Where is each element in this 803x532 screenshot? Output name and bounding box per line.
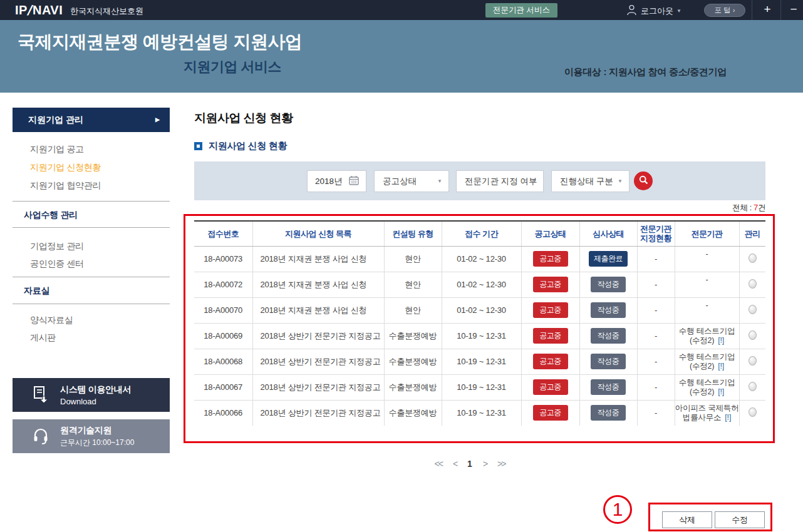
expert-service-button[interactable]: 전문기관 서비스 <box>485 3 557 18</box>
ipnavi-logo[interactable]: IP/NAVI <box>15 3 63 18</box>
topbar-divider <box>752 0 752 20</box>
menu-arrow-icon: ▶ <box>155 108 160 132</box>
sidebar-divider <box>13 227 170 228</box>
page-title: 지원사업 신청 현황 <box>194 110 293 126</box>
search-icon <box>639 175 648 187</box>
app-window: IP/NAVI 한국지식재산보호원 전문기관 서비스 로그아웃▼ 포 털 › +… <box>0 0 803 532</box>
sidebar-divider <box>13 277 170 277</box>
delete-button[interactable]: 삭제 <box>662 511 712 528</box>
manual-download-title: 시스템 이용안내서 <box>60 384 131 396</box>
service-subtitle: 지원기업 서비스 <box>184 58 281 76</box>
pagination-prev[interactable]: < <box>453 459 457 469</box>
search-button[interactable] <box>634 171 653 190</box>
zoom-in-button[interactable]: + <box>757 0 778 20</box>
select-caret-icon: ▼ <box>437 171 442 192</box>
search-filter-bar: 2018년 공고상태▼ 전문기관 지정 여부▼ 진행상태 구분▼ <box>194 161 765 200</box>
edit-button[interactable]: 수정 <box>715 511 765 528</box>
portal-button[interactable]: 포 털 › <box>704 4 745 17</box>
year-value: 2018년 <box>315 176 343 187</box>
headset-icon <box>33 428 49 444</box>
sidebar-item-certificate-center[interactable]: 공인인증 센터 <box>30 258 84 270</box>
year-picker[interactable]: 2018년 <box>307 170 366 192</box>
progress-status-select[interactable]: 진행상태 구분▼ <box>551 170 629 192</box>
sidebar-divider <box>13 201 170 202</box>
calendar-icon <box>349 175 359 188</box>
topbar-divider <box>780 0 781 20</box>
audience-note: 이용대상 : 지원사업 참여 중소/중견기업 <box>564 66 727 78</box>
logout-caret-icon: ▼ <box>676 8 681 14</box>
top-bar: IP/NAVI 한국지식재산보호원 전문기관 서비스 로그아웃▼ 포 털 › +… <box>0 0 803 20</box>
sidebar-section-business-execution[interactable]: 사업수행 관리 <box>24 210 78 221</box>
table-highlight-annotation <box>184 214 775 443</box>
manual-download-banner[interactable]: 시스템 이용안내서 Download <box>13 378 170 412</box>
total-count-number: 7 <box>754 203 758 212</box>
select-caret-icon: ▼ <box>618 171 623 192</box>
sidebar-item-company-info[interactable]: 기업정보 관리 <box>30 241 84 252</box>
sidebar-menu-company-management[interactable]: 지원기업 관리 ▶ <box>13 108 170 132</box>
org-name: 한국지식재산보호원 <box>70 6 143 17</box>
pagination-last[interactable]: >> <box>497 459 505 469</box>
user-icon <box>626 4 637 18</box>
zoom-out-button[interactable]: − <box>783 0 803 20</box>
remote-support-hours: 근무시간 10:00~17:00 <box>60 437 134 448</box>
remote-support-banner[interactable]: 원격기술지원 근무시간 10:00~17:00 <box>13 419 170 453</box>
sidebar-section-archive[interactable]: 자료실 <box>24 285 49 297</box>
pagination-page-1[interactable]: 1 <box>467 459 472 469</box>
sidebar-item-application-status[interactable]: 지원기업 신청현황 <box>30 162 101 173</box>
section-bullet-icon <box>194 142 202 150</box>
document-download-icon <box>33 386 49 404</box>
pagination-next[interactable]: > <box>483 459 487 469</box>
remote-support-title: 원격기술지원 <box>60 425 134 436</box>
page-banner: 국제지재권분쟁 예방컨설팅 지원사업 지원기업 서비스 이용대상 : 지원사업 … <box>0 20 803 93</box>
section-title: 지원사업 신청 현황 <box>209 140 287 152</box>
sidebar-item-agreement-management[interactable]: 지원기업 협약관리 <box>30 180 101 192</box>
manual-download-subtitle: Download <box>60 397 131 406</box>
pagination-first[interactable]: << <box>435 459 442 469</box>
sidebar-divider <box>13 304 170 304</box>
sidebar-item-form-archive[interactable]: 양식자료실 <box>30 315 73 326</box>
annotation-number-circle: 1 <box>603 495 632 524</box>
section-header: 지원사업 신청 현황 <box>194 140 287 152</box>
sidebar-item-company-notice[interactable]: 지원기업 공고 <box>30 144 84 155</box>
select-caret-icon: ▼ <box>532 171 537 192</box>
service-title: 국제지재권분쟁 예방컨설팅 지원사업 <box>18 30 303 54</box>
logout-button[interactable]: 로그아웃▼ <box>641 6 681 17</box>
notice-status-select[interactable]: 공고상태▼ <box>374 170 449 192</box>
agency-designation-select[interactable]: 전문기관 지정 여부▼ <box>456 170 544 192</box>
total-count: 전체 : 7건 <box>194 203 765 213</box>
sidebar-item-board[interactable]: 게시판 <box>30 332 56 344</box>
pagination: << < 1 > >> <box>194 459 745 469</box>
